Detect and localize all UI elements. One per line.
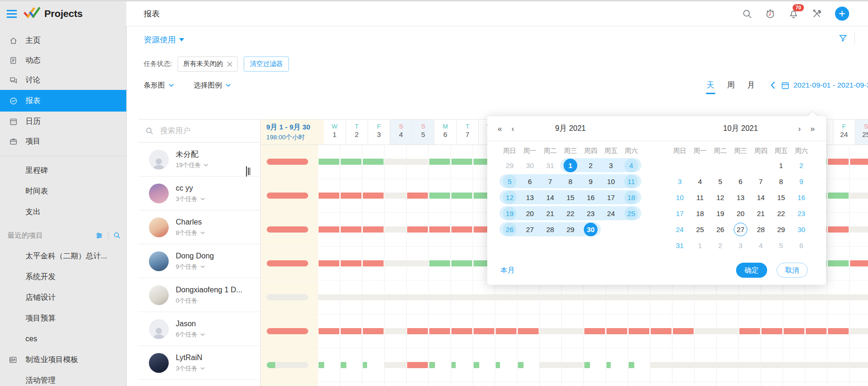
summary-bar[interactable] (267, 362, 308, 368)
gantt-day-cell[interactable] (473, 348, 495, 382)
gantt-day-cell[interactable] (827, 382, 850, 386)
gantt-day-cell[interactable] (827, 314, 850, 348)
calendar-day-cell[interactable]: 4 (751, 238, 771, 252)
gantt-day-cell[interactable] (429, 179, 451, 212)
gantt-day-cell[interactable] (672, 281, 695, 314)
calendar-day-cell[interactable]: 18 (690, 206, 710, 220)
gantt-day-cell[interactable] (385, 145, 407, 178)
calendar-day-cell[interactable]: 6 (520, 174, 540, 188)
summary-bar[interactable] (267, 294, 308, 300)
gantt-day-cell[interactable] (407, 247, 429, 280)
gantt-day-cell[interactable] (717, 314, 739, 348)
legend-dropdown[interactable]: 选择图例 (194, 81, 231, 90)
gantt-day-cell[interactable] (451, 281, 473, 314)
project-search-icon[interactable] (113, 232, 121, 239)
gantt-day-cell[interactable] (407, 382, 429, 386)
calendar-day-cell[interactable]: 28 (751, 222, 771, 236)
cancel-button[interactable]: 取消 (777, 263, 808, 278)
gantt-day-cell[interactable] (783, 314, 805, 348)
calendar-day-cell[interactable]: 2 (710, 238, 730, 252)
gantt-day-cell[interactable] (562, 348, 584, 382)
gantt-day-cell[interactable] (318, 348, 340, 382)
calendar-day-cell[interactable]: 18 (621, 190, 641, 204)
gantt-day-cell[interactable] (517, 348, 540, 382)
gantt-day-cell[interactable] (495, 281, 517, 314)
calendar-day-cell[interactable]: 17 (670, 206, 690, 220)
gantt-day-cell[interactable] (739, 382, 761, 386)
summary-bar[interactable] (267, 159, 308, 165)
calendar-day-cell[interactable]: 25 (690, 222, 710, 236)
gantt-day-cell[interactable] (385, 314, 407, 348)
recent-project-item[interactable]: 店铺设计 (0, 287, 126, 308)
recent-project-item[interactable]: 系统开发 (0, 266, 126, 287)
user-row[interactable]: Monica4个任务 (139, 380, 260, 386)
calendar-day-cell[interactable]: 23 (581, 206, 601, 220)
gantt-day-cell[interactable] (628, 382, 650, 386)
gantt-day-cell[interactable] (827, 213, 850, 246)
recent-project-item[interactable]: 太平金科（二期）总计... (0, 246, 126, 266)
search-icon[interactable] (742, 9, 752, 19)
gantt-day-cell[interactable] (407, 179, 429, 212)
gantt-day-cell[interactable] (850, 281, 868, 314)
gantt-day-cell[interactable] (672, 348, 695, 382)
gantt-day-cell[interactable] (827, 281, 850, 314)
calendar-day-cell[interactable]: 13 (520, 190, 540, 204)
gantt-day-cell[interactable] (318, 213, 340, 246)
gantt-day-cell[interactable] (451, 247, 473, 280)
user-task-count[interactable]: 6个任务 (176, 330, 205, 339)
calendar-day-cell[interactable]: 20 (520, 206, 540, 220)
gantt-day-cell[interactable] (827, 247, 850, 280)
user-search-input[interactable] (159, 126, 246, 136)
calendar-day-cell[interactable]: 9 (581, 174, 601, 188)
gantt-day-cell[interactable] (606, 314, 628, 348)
date-range-value[interactable]: 2021-09-01 - 2021-09-30 (794, 81, 868, 89)
gantt-day-cell[interactable] (850, 382, 868, 386)
calendar-day-cell[interactable]: 30 (520, 158, 540, 172)
gantt-day-cell[interactable] (783, 281, 805, 314)
gantt-day-cell[interactable] (473, 382, 495, 386)
gantt-day-cell[interactable] (362, 145, 385, 178)
sidebar-item-projects[interactable]: 项目 (0, 131, 126, 151)
calendar-day-cell[interactable]: 26 (500, 222, 520, 236)
calendar-day-cell[interactable]: 23 (791, 206, 811, 220)
gantt-day-cell[interactable] (717, 281, 739, 314)
user-task-count[interactable]: 9个任务 (176, 263, 214, 271)
calendar-day-cell[interactable]: 28 (540, 222, 560, 236)
gantt-day-cell[interactable] (540, 314, 562, 348)
summary-bar[interactable] (267, 193, 308, 199)
gantt-day-cell[interactable] (340, 314, 362, 348)
calendar-day-cell[interactable]: 22 (560, 206, 581, 220)
filter-chip-open-tasks[interactable]: 所有未关闭的 (178, 56, 238, 72)
sidebar-subitem[interactable]: 支出 (0, 201, 126, 222)
sidebar-item-calendar[interactable]: 日历 (0, 112, 126, 131)
gantt-day-cell[interactable] (517, 281, 540, 314)
gantt-day-cell[interactable] (318, 281, 340, 314)
calendar-day-cell[interactable]: 15 (771, 190, 791, 204)
calendar-day-cell[interactable]: 24 (670, 222, 690, 236)
gantt-day-cell[interactable] (628, 314, 650, 348)
user-row[interactable]: Jason6个任务 (139, 312, 260, 346)
gantt-day-cell[interactable] (672, 314, 695, 348)
calendar-day-cell[interactable]: 7 (540, 174, 560, 188)
gantt-day-cell[interactable] (695, 314, 717, 348)
report-type-dropdown[interactable]: 资源使用 (144, 34, 184, 45)
calendar-day-cell[interactable]: 9 (791, 174, 811, 188)
gantt-day-cell[interactable] (517, 382, 540, 386)
user-task-count[interactable]: 3个任务 (176, 364, 205, 373)
next-year-icon[interactable]: » (811, 125, 815, 133)
calendar-day-cell[interactable]: 10 (670, 190, 690, 204)
gantt-day-cell[interactable] (717, 348, 739, 382)
gantt-day-cell[interactable] (362, 179, 385, 212)
gantt-day-cell[interactable] (805, 382, 827, 386)
calendar-day-cell[interactable]: 15 (560, 190, 581, 204)
gantt-day-cell[interactable] (340, 382, 362, 386)
calendar-day-cell[interactable]: 5 (500, 174, 520, 188)
tools-icon[interactable] (811, 8, 822, 19)
gantt-day-cell[interactable] (850, 213, 868, 246)
filter-funnel-icon[interactable] (838, 33, 848, 43)
project-filter-icon[interactable] (95, 232, 103, 240)
gantt-day-cell[interactable] (495, 348, 517, 382)
calendar-day-cell[interactable]: 5 (710, 174, 730, 188)
gantt-day-cell[interactable] (827, 348, 850, 382)
view-tab-周[interactable]: 周 (727, 81, 735, 90)
